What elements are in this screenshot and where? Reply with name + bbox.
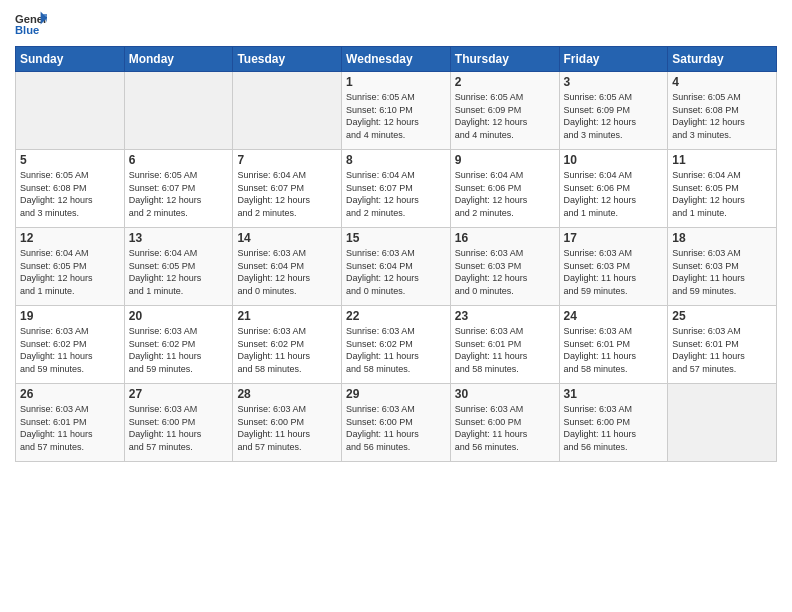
calendar-header: SundayMondayTuesdayWednesdayThursdayFrid… bbox=[16, 47, 777, 72]
day-cell: 29Sunrise: 6:03 AM Sunset: 6:00 PM Dayli… bbox=[342, 384, 451, 462]
day-cell: 4Sunrise: 6:05 AM Sunset: 6:08 PM Daylig… bbox=[668, 72, 777, 150]
day-cell: 15Sunrise: 6:03 AM Sunset: 6:04 PM Dayli… bbox=[342, 228, 451, 306]
day-number: 10 bbox=[564, 153, 664, 167]
svg-text:Blue: Blue bbox=[15, 24, 39, 36]
day-info: Sunrise: 6:04 AM Sunset: 6:05 PM Dayligh… bbox=[20, 247, 120, 297]
day-info: Sunrise: 6:03 AM Sunset: 6:03 PM Dayligh… bbox=[455, 247, 555, 297]
day-number: 3 bbox=[564, 75, 664, 89]
day-number: 13 bbox=[129, 231, 229, 245]
day-cell: 24Sunrise: 6:03 AM Sunset: 6:01 PM Dayli… bbox=[559, 306, 668, 384]
day-number: 18 bbox=[672, 231, 772, 245]
day-info: Sunrise: 6:05 AM Sunset: 6:10 PM Dayligh… bbox=[346, 91, 446, 141]
day-info: Sunrise: 6:03 AM Sunset: 6:02 PM Dayligh… bbox=[346, 325, 446, 375]
day-info: Sunrise: 6:03 AM Sunset: 6:02 PM Dayligh… bbox=[20, 325, 120, 375]
day-number: 1 bbox=[346, 75, 446, 89]
day-info: Sunrise: 6:04 AM Sunset: 6:05 PM Dayligh… bbox=[672, 169, 772, 219]
calendar-container: General Blue SundayMondayTuesdayWednesda… bbox=[0, 0, 792, 612]
day-info: Sunrise: 6:03 AM Sunset: 6:03 PM Dayligh… bbox=[672, 247, 772, 297]
logo-icon: General Blue bbox=[15, 10, 47, 38]
day-cell bbox=[233, 72, 342, 150]
day-number: 9 bbox=[455, 153, 555, 167]
day-number: 11 bbox=[672, 153, 772, 167]
day-number: 21 bbox=[237, 309, 337, 323]
day-cell: 30Sunrise: 6:03 AM Sunset: 6:00 PM Dayli… bbox=[450, 384, 559, 462]
day-info: Sunrise: 6:04 AM Sunset: 6:07 PM Dayligh… bbox=[237, 169, 337, 219]
day-cell: 22Sunrise: 6:03 AM Sunset: 6:02 PM Dayli… bbox=[342, 306, 451, 384]
header: General Blue bbox=[15, 10, 777, 38]
day-number: 25 bbox=[672, 309, 772, 323]
day-cell bbox=[16, 72, 125, 150]
day-number: 29 bbox=[346, 387, 446, 401]
day-cell: 5Sunrise: 6:05 AM Sunset: 6:08 PM Daylig… bbox=[16, 150, 125, 228]
day-cell: 18Sunrise: 6:03 AM Sunset: 6:03 PM Dayli… bbox=[668, 228, 777, 306]
day-info: Sunrise: 6:03 AM Sunset: 6:00 PM Dayligh… bbox=[564, 403, 664, 453]
day-info: Sunrise: 6:03 AM Sunset: 6:02 PM Dayligh… bbox=[237, 325, 337, 375]
day-cell: 16Sunrise: 6:03 AM Sunset: 6:03 PM Dayli… bbox=[450, 228, 559, 306]
week-row-2: 5Sunrise: 6:05 AM Sunset: 6:08 PM Daylig… bbox=[16, 150, 777, 228]
day-cell: 14Sunrise: 6:03 AM Sunset: 6:04 PM Dayli… bbox=[233, 228, 342, 306]
day-cell: 8Sunrise: 6:04 AM Sunset: 6:07 PM Daylig… bbox=[342, 150, 451, 228]
day-cell: 31Sunrise: 6:03 AM Sunset: 6:00 PM Dayli… bbox=[559, 384, 668, 462]
day-cell: 26Sunrise: 6:03 AM Sunset: 6:01 PM Dayli… bbox=[16, 384, 125, 462]
day-cell: 11Sunrise: 6:04 AM Sunset: 6:05 PM Dayli… bbox=[668, 150, 777, 228]
week-row-4: 19Sunrise: 6:03 AM Sunset: 6:02 PM Dayli… bbox=[16, 306, 777, 384]
day-info: Sunrise: 6:03 AM Sunset: 6:04 PM Dayligh… bbox=[237, 247, 337, 297]
day-info: Sunrise: 6:03 AM Sunset: 6:01 PM Dayligh… bbox=[672, 325, 772, 375]
day-info: Sunrise: 6:03 AM Sunset: 6:00 PM Dayligh… bbox=[346, 403, 446, 453]
week-row-1: 1Sunrise: 6:05 AM Sunset: 6:10 PM Daylig… bbox=[16, 72, 777, 150]
day-info: Sunrise: 6:03 AM Sunset: 6:01 PM Dayligh… bbox=[20, 403, 120, 453]
week-row-3: 12Sunrise: 6:04 AM Sunset: 6:05 PM Dayli… bbox=[16, 228, 777, 306]
day-cell: 25Sunrise: 6:03 AM Sunset: 6:01 PM Dayli… bbox=[668, 306, 777, 384]
day-number: 2 bbox=[455, 75, 555, 89]
day-info: Sunrise: 6:05 AM Sunset: 6:08 PM Dayligh… bbox=[672, 91, 772, 141]
day-number: 31 bbox=[564, 387, 664, 401]
day-cell: 7Sunrise: 6:04 AM Sunset: 6:07 PM Daylig… bbox=[233, 150, 342, 228]
day-info: Sunrise: 6:04 AM Sunset: 6:07 PM Dayligh… bbox=[346, 169, 446, 219]
day-number: 20 bbox=[129, 309, 229, 323]
week-row-5: 26Sunrise: 6:03 AM Sunset: 6:01 PM Dayli… bbox=[16, 384, 777, 462]
day-number: 19 bbox=[20, 309, 120, 323]
day-number: 30 bbox=[455, 387, 555, 401]
day-info: Sunrise: 6:03 AM Sunset: 6:00 PM Dayligh… bbox=[237, 403, 337, 453]
day-number: 27 bbox=[129, 387, 229, 401]
day-info: Sunrise: 6:05 AM Sunset: 6:09 PM Dayligh… bbox=[564, 91, 664, 141]
weekday-friday: Friday bbox=[559, 47, 668, 72]
day-cell bbox=[668, 384, 777, 462]
day-info: Sunrise: 6:03 AM Sunset: 6:01 PM Dayligh… bbox=[455, 325, 555, 375]
day-number: 4 bbox=[672, 75, 772, 89]
day-number: 16 bbox=[455, 231, 555, 245]
day-number: 12 bbox=[20, 231, 120, 245]
weekday-sunday: Sunday bbox=[16, 47, 125, 72]
weekday-tuesday: Tuesday bbox=[233, 47, 342, 72]
day-number: 6 bbox=[129, 153, 229, 167]
day-info: Sunrise: 6:03 AM Sunset: 6:03 PM Dayligh… bbox=[564, 247, 664, 297]
day-cell: 19Sunrise: 6:03 AM Sunset: 6:02 PM Dayli… bbox=[16, 306, 125, 384]
day-number: 24 bbox=[564, 309, 664, 323]
day-cell: 27Sunrise: 6:03 AM Sunset: 6:00 PM Dayli… bbox=[124, 384, 233, 462]
day-cell: 23Sunrise: 6:03 AM Sunset: 6:01 PM Dayli… bbox=[450, 306, 559, 384]
day-cell: 12Sunrise: 6:04 AM Sunset: 6:05 PM Dayli… bbox=[16, 228, 125, 306]
day-cell bbox=[124, 72, 233, 150]
day-info: Sunrise: 6:04 AM Sunset: 6:06 PM Dayligh… bbox=[455, 169, 555, 219]
day-info: Sunrise: 6:05 AM Sunset: 6:09 PM Dayligh… bbox=[455, 91, 555, 141]
day-number: 28 bbox=[237, 387, 337, 401]
day-cell: 21Sunrise: 6:03 AM Sunset: 6:02 PM Dayli… bbox=[233, 306, 342, 384]
day-info: Sunrise: 6:03 AM Sunset: 6:02 PM Dayligh… bbox=[129, 325, 229, 375]
day-info: Sunrise: 6:03 AM Sunset: 6:01 PM Dayligh… bbox=[564, 325, 664, 375]
day-cell: 28Sunrise: 6:03 AM Sunset: 6:00 PM Dayli… bbox=[233, 384, 342, 462]
day-info: Sunrise: 6:04 AM Sunset: 6:05 PM Dayligh… bbox=[129, 247, 229, 297]
weekday-wednesday: Wednesday bbox=[342, 47, 451, 72]
weekday-monday: Monday bbox=[124, 47, 233, 72]
day-info: Sunrise: 6:03 AM Sunset: 6:00 PM Dayligh… bbox=[129, 403, 229, 453]
day-cell: 17Sunrise: 6:03 AM Sunset: 6:03 PM Dayli… bbox=[559, 228, 668, 306]
day-cell: 9Sunrise: 6:04 AM Sunset: 6:06 PM Daylig… bbox=[450, 150, 559, 228]
weekday-thursday: Thursday bbox=[450, 47, 559, 72]
day-info: Sunrise: 6:05 AM Sunset: 6:07 PM Dayligh… bbox=[129, 169, 229, 219]
day-cell: 20Sunrise: 6:03 AM Sunset: 6:02 PM Dayli… bbox=[124, 306, 233, 384]
day-number: 26 bbox=[20, 387, 120, 401]
weekday-header-row: SundayMondayTuesdayWednesdayThursdayFrid… bbox=[16, 47, 777, 72]
day-info: Sunrise: 6:05 AM Sunset: 6:08 PM Dayligh… bbox=[20, 169, 120, 219]
weekday-saturday: Saturday bbox=[668, 47, 777, 72]
day-cell: 2Sunrise: 6:05 AM Sunset: 6:09 PM Daylig… bbox=[450, 72, 559, 150]
day-number: 7 bbox=[237, 153, 337, 167]
